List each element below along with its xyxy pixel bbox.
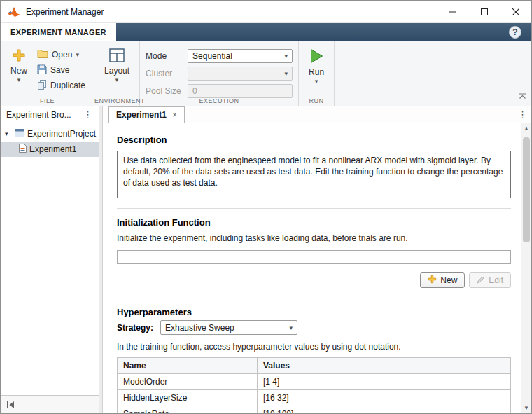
init-new-button-label: New <box>440 275 457 285</box>
document-content: Description Use data collected from the … <box>103 123 521 413</box>
document-tab-menu-button[interactable]: ⋮ <box>518 109 527 120</box>
pool-size-input: 0 <box>188 84 293 98</box>
run-button-label: Run <box>309 67 324 77</box>
hyperparameter-name-cell[interactable]: HiddenLayerSize <box>118 390 258 406</box>
tree-item-experiment1[interactable]: Experiment1 <box>1 142 99 157</box>
experiment-document-icon <box>19 144 27 155</box>
strategy-select[interactable]: Exhaustive Sweep ▾ <box>160 320 298 335</box>
tree-expand-chevron-icon[interactable]: ▾ <box>5 130 12 137</box>
cluster-select: ▾ <box>188 67 293 81</box>
browser-bottom-bar <box>1 395 99 413</box>
init-edit-button: Edit <box>469 272 511 288</box>
mode-select-value: Sequential <box>192 51 232 61</box>
layout-dropdown-chevron-icon: ▾ <box>115 77 119 83</box>
duplicate-button-label: Duplicate <box>50 81 85 90</box>
mode-select[interactable]: Sequential ▾ <box>188 49 293 63</box>
strategy-row: Strategy: Exhaustive Sweep ▾ <box>117 320 511 335</box>
ribbon-section-label-environment: ENVIRONMENT <box>94 97 139 104</box>
initialization-buttons-row: New Edit <box>117 272 511 288</box>
experiment-browser-menu-button[interactable]: ⋮ <box>81 109 94 120</box>
window-controls <box>437 1 531 22</box>
collapse-panel-button[interactable] <box>6 399 15 411</box>
open-button[interactable]: Open ▾ <box>34 47 88 62</box>
ribbon-section-run: Run ▾ RUN <box>299 41 335 106</box>
folder-icon <box>37 49 48 60</box>
new-plus-icon <box>428 275 437 286</box>
project-icon <box>15 129 24 139</box>
close-button[interactable] <box>500 1 531 22</box>
scroll-down-arrow-icon[interactable]: ▼ <box>522 403 531 413</box>
table-row: SampleRate [10 100] <box>118 406 511 414</box>
vertical-scrollbar[interactable]: ▲ ▼ <box>521 123 531 413</box>
new-button-label: New <box>10 66 27 76</box>
document-tab-bar: Experiment1 × ⋮ <box>103 106 531 123</box>
new-dropdown-chevron-icon: ▾ <box>18 77 21 83</box>
experiment-browser-tree: ▾ ExperimentProject Experiment1 <box>1 123 99 395</box>
table-header-row: Name Values <box>118 358 511 374</box>
maximize-button[interactable] <box>468 1 500 22</box>
pool-size-label: Pool Size <box>146 86 182 96</box>
matlab-logo-icon <box>8 6 20 18</box>
toolstrip-tab-experiment-manager[interactable]: EXPERIMENT MANAGER <box>1 23 116 41</box>
strategy-select-value: Exhaustive Sweep <box>165 323 234 333</box>
cluster-label: Cluster <box>146 69 182 78</box>
hyperparameter-name-cell[interactable]: SampleRate <box>118 406 258 414</box>
window-title: Experiment Manager <box>26 7 104 17</box>
pool-size-value: 0 <box>192 86 197 96</box>
toolstrip-tab-row-right: ? <box>116 23 531 41</box>
new-plus-icon <box>12 48 26 64</box>
strategy-label: Strategy: <box>117 323 153 333</box>
document-tab-label: Experiment1 <box>116 110 167 120</box>
save-icon <box>37 64 47 76</box>
tree-item-experiment-project[interactable]: ▾ ExperimentProject <box>1 126 99 142</box>
new-experiment-button[interactable]: New ▾ <box>6 47 31 95</box>
ribbon-section-file: New ▾ Open ▾ Save <box>1 41 94 106</box>
table-header-name: Name <box>118 358 258 374</box>
hyperparameters-table: Name Values ModelOrder [1 4] HiddenLayer… <box>117 357 511 413</box>
ribbon-section-environment: Layout ▾ ENVIRONMENT <box>94 41 140 106</box>
cluster-select-chevron-icon: ▾ <box>285 70 288 77</box>
document-tab-experiment1[interactable]: Experiment1 × <box>108 106 185 123</box>
hyperparameter-values-cell[interactable]: [10 100] <box>258 406 511 414</box>
layout-button[interactable]: Layout ▾ <box>100 47 134 95</box>
scrollbar-thumb[interactable] <box>523 137 530 242</box>
hyperparameter-name-cell[interactable]: ModelOrder <box>118 374 258 390</box>
ribbon: New ▾ Open ▾ Save <box>1 41 531 106</box>
help-label: ? <box>512 27 517 37</box>
help-button[interactable]: ? <box>509 26 522 39</box>
layout-grid-icon <box>109 48 125 64</box>
initialization-function-heading: Initialization Function <box>117 217 511 228</box>
duplicate-button[interactable]: Duplicate <box>34 78 88 93</box>
open-dropdown-chevron-icon: ▾ <box>76 51 79 58</box>
tab-close-icon[interactable]: × <box>172 110 177 120</box>
strategy-select-chevron-icon: ▾ <box>289 324 293 331</box>
edit-pencil-icon <box>477 275 485 286</box>
init-new-button[interactable]: New <box>420 272 465 288</box>
hyperparameter-values-cell[interactable]: [16 32] <box>258 390 511 406</box>
tree-item-label: Experiment1 <box>29 144 76 154</box>
experiment-browser-header: Experiment Bro... ⋮ <box>1 106 99 123</box>
save-button[interactable]: Save <box>34 62 88 78</box>
hyperparameter-values-cell[interactable]: [1 4] <box>258 374 511 390</box>
hyperparameters-heading: Hyperparameters <box>117 307 511 317</box>
mode-label: Mode <box>146 51 182 61</box>
collapse-ribbon-button[interactable] <box>519 90 526 102</box>
description-heading: Description <box>117 134 511 145</box>
minimize-button[interactable] <box>437 1 468 22</box>
ribbon-section-label-file: FILE <box>1 97 94 104</box>
duplicate-icon <box>37 80 47 92</box>
scroll-up-arrow-icon[interactable]: ▲ <box>522 123 531 134</box>
ribbon-section-label-execution: EXECUTION <box>140 97 298 104</box>
main-region: Experiment Bro... ⋮ ▾ ExperimentProject … <box>1 106 531 413</box>
experiment-browser-title: Experiment Bro... <box>6 110 71 120</box>
initialization-hint-text: Initialize the experiment, including tas… <box>117 233 511 243</box>
description-textarea[interactable]: Use data collected from the enginespeed … <box>117 151 511 198</box>
initialization-function-input[interactable] <box>117 250 511 264</box>
run-button[interactable]: Run ▾ <box>304 47 328 95</box>
document-content-wrap: Description Use data collected from the … <box>103 123 531 413</box>
tree-item-label: ExperimentProject <box>27 129 96 139</box>
table-row: HiddenLayerSize [16 32] <box>118 390 511 406</box>
toolstrip-tab-row: EXPERIMENT MANAGER ? <box>1 23 531 41</box>
run-dropdown-chevron-icon: ▾ <box>315 78 318 84</box>
run-play-icon <box>309 48 323 66</box>
